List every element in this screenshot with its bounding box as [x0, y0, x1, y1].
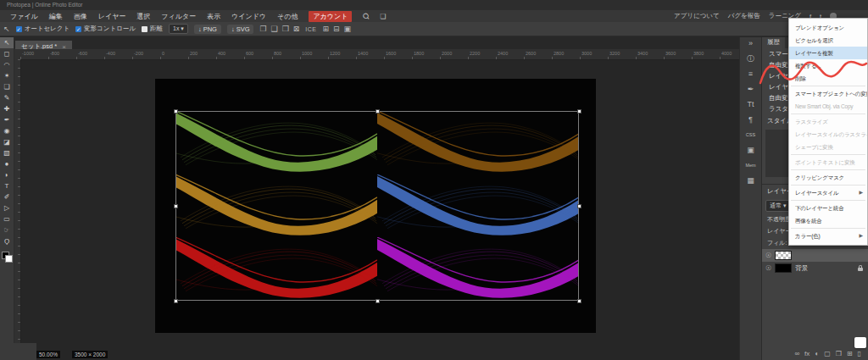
lasso-tool[interactable]: ◠: [0, 59, 14, 70]
type-tool[interactable]: T: [0, 180, 14, 191]
hand-tool[interactable]: ☞: [0, 224, 14, 235]
context-menu-item[interactable]: 画像を統合: [789, 214, 867, 227]
checkbox-checked-icon[interactable]: ✓: [75, 26, 81, 32]
transform-controls-checkbox[interactable]: ✓ 変形コントロール: [75, 25, 136, 33]
menubar-item[interactable]: その他: [277, 12, 298, 21]
account-button[interactable]: アカウント: [309, 11, 352, 22]
properties-icon[interactable]: ≡: [748, 69, 753, 78]
adjustment-icon[interactable]: ◐: [815, 350, 819, 357]
zoom-select[interactable]: 1x ▾: [169, 24, 188, 34]
duplicate-icon[interactable]: ❒: [282, 25, 289, 33]
menubar-item[interactable]: ファイル: [10, 12, 38, 21]
align-left-icon[interactable]: ⊞: [322, 25, 329, 33]
align-center-icon[interactable]: ⊟: [333, 25, 340, 33]
transform-handle[interactable]: [376, 299, 380, 303]
mask-icon[interactable]: ▢: [824, 350, 831, 357]
path-select-tool[interactable]: ▷: [0, 202, 14, 213]
header-link[interactable]: バグを報告: [728, 12, 760, 20]
gradient-tool[interactable]: ▧: [0, 147, 14, 158]
context-menu-item[interactable]: スマートオブジェクトへの変換: [789, 87, 867, 100]
transform-handle[interactable]: [174, 204, 178, 208]
paragraph-icon[interactable]: ¶: [748, 115, 753, 124]
clone-stamp-tool[interactable]: ◉: [0, 125, 14, 136]
image-icon[interactable]: ▦: [747, 176, 754, 185]
new-layer-icon[interactable]: ⊞: [847, 350, 853, 357]
character-icon[interactable]: Tt: [748, 100, 754, 108]
marquee-tool[interactable]: ◻: [0, 48, 14, 59]
memory-icon[interactable]: Mem: [745, 161, 755, 169]
photopea-window: Photopea | Online Photo Editor ファイル編集画像レ…: [0, 0, 868, 360]
context-menu-item[interactable]: カラー(色)▶: [789, 230, 867, 242]
fullscreen-icon[interactable]: ❏: [380, 13, 386, 20]
shape-tool[interactable]: ▭: [0, 213, 14, 224]
tool-presets-icon[interactable]: ✒: [748, 85, 754, 93]
paste-icon[interactable]: ❑: [271, 25, 278, 33]
color-swatches[interactable]: [0, 252, 14, 263]
copy-icon[interactable]: ❐: [259, 25, 266, 33]
collapse-icon[interactable]: »: [748, 39, 753, 47]
context-menu-item[interactable]: レイヤースタイル▶: [789, 186, 867, 199]
menubar-item[interactable]: 表示: [207, 12, 220, 21]
context-menu-item: New Smart Obj. via Copy: [789, 100, 867, 113]
search-icon[interactable]: Ϙ: [361, 11, 371, 21]
zoom-tool[interactable]: Ϙ: [0, 235, 14, 246]
menubar-item[interactable]: フィルター: [161, 12, 196, 21]
layer-row[interactable]: ☉背景: [762, 262, 868, 274]
checkbox-checked-icon[interactable]: ✓: [16, 26, 22, 32]
visibility-eye-icon[interactable]: ☉: [765, 252, 771, 259]
blur-tool[interactable]: ●: [0, 158, 14, 169]
info-icon[interactable]: ⓘ: [747, 54, 754, 63]
history-panel-tab[interactable]: 履歴: [762, 37, 785, 48]
menubar-item[interactable]: レイヤー: [98, 12, 126, 21]
layer-comps-icon[interactable]: ▣: [747, 146, 754, 154]
context-menu-item[interactable]: 下のレイヤーと統合: [789, 202, 867, 214]
export-svg-button[interactable]: ↓SVG: [227, 25, 254, 34]
css-icon[interactable]: CSS: [746, 130, 755, 139]
ruler-label: -800: [50, 51, 59, 56]
context-menu-item[interactable]: クリッピングマスク: [789, 171, 867, 184]
visibility-eye-icon[interactable]: ☉: [765, 264, 771, 272]
transform-selection-box[interactable]: [175, 111, 579, 301]
blend-mode-select[interactable]: 通常 ▾: [765, 200, 790, 212]
link-icon[interactable]: ∞: [794, 350, 799, 357]
transform-handle[interactable]: [174, 109, 178, 114]
menubar-item[interactable]: 画像: [74, 12, 87, 21]
lock-icon: [858, 265, 863, 271]
eyedropper-tool[interactable]: ✎: [0, 92, 14, 103]
effects-icon[interactable]: fx: [804, 350, 810, 357]
heal-tool[interactable]: ✚: [0, 103, 14, 114]
align-right-icon[interactable]: ▣: [344, 25, 352, 33]
checkbox-unchecked-icon[interactable]: [142, 26, 147, 32]
context-menu-item[interactable]: ブレンドオプション: [789, 21, 867, 34]
transform-handle[interactable]: [577, 204, 581, 208]
eraser-tool[interactable]: ◪: [0, 136, 14, 147]
menubar-item[interactable]: 選択: [136, 12, 150, 21]
wand-tool[interactable]: ✶: [0, 70, 14, 81]
page-widget[interactable]: [854, 337, 866, 348]
group-icon[interactable]: ❒: [836, 350, 842, 357]
transform-handle[interactable]: [577, 109, 581, 114]
background-color-swatch[interactable]: [5, 255, 13, 263]
clear-icon[interactable]: ⊠: [293, 25, 300, 33]
header-link[interactable]: アプリについて: [674, 12, 720, 20]
brush-tool[interactable]: ✒: [0, 114, 14, 125]
transform-handle[interactable]: [577, 299, 581, 303]
context-menu-item[interactable]: ピクセルを選択: [789, 34, 867, 47]
transform-handle[interactable]: [174, 299, 178, 303]
dodge-tool[interactable]: ◗: [0, 169, 14, 180]
auto-select-checkbox[interactable]: ✓ オートセレクト: [16, 25, 70, 33]
export-png-button[interactable]: ↓PNG: [194, 25, 221, 34]
crop-tool[interactable]: ❏: [0, 81, 14, 92]
transform-handle[interactable]: [376, 109, 380, 114]
layer-row[interactable]: ☉: [762, 249, 868, 262]
distances-checkbox[interactable]: 距離: [142, 25, 163, 33]
canvas-document[interactable]: [155, 79, 596, 333]
move-tool[interactable]: ↖: [0, 37, 14, 48]
ruler-label: -600: [78, 51, 87, 56]
status-zoom-level: 50.00%: [36, 351, 60, 358]
menubar-item[interactable]: ウインドウ: [231, 12, 266, 21]
delete-layer-icon[interactable]: ▯: [858, 350, 861, 357]
ruler-label: 2000: [442, 51, 452, 56]
pen-tool[interactable]: ✐: [0, 191, 14, 202]
menubar-item[interactable]: 編集: [49, 12, 63, 21]
